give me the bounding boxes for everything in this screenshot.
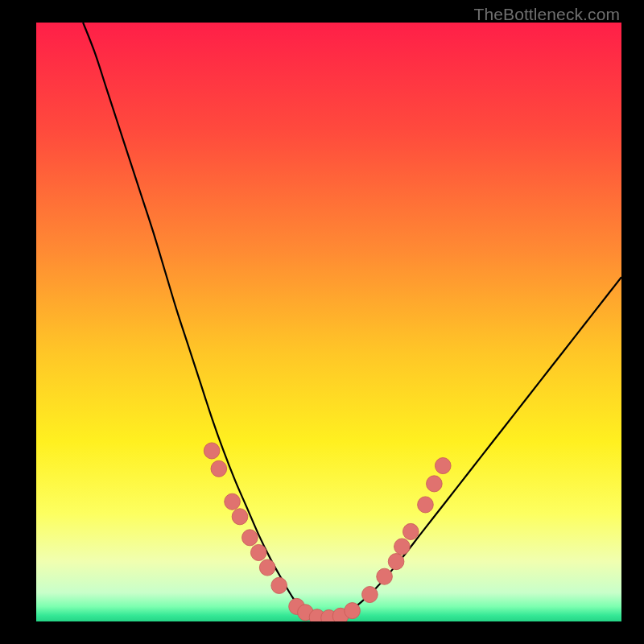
chart-canvas <box>36 23 621 621</box>
bottleneck-curve <box>83 23 621 619</box>
data-marker <box>394 539 411 555</box>
data-marker <box>211 460 227 477</box>
data-marker <box>225 493 241 510</box>
data-marker <box>250 544 266 560</box>
data-marker <box>388 554 404 570</box>
black-frame: TheBottleneck.com <box>0 0 644 644</box>
data-marker <box>232 509 248 525</box>
watermark-text: TheBottleneck.com <box>474 5 620 24</box>
plot-area <box>36 23 621 621</box>
data-marker <box>362 586 378 602</box>
data-marker <box>377 568 393 584</box>
data-markers <box>204 443 451 621</box>
data-marker <box>204 443 220 459</box>
data-marker <box>418 497 434 513</box>
data-marker <box>435 458 451 474</box>
data-marker <box>402 523 419 539</box>
data-marker <box>271 577 287 593</box>
data-marker <box>259 559 275 576</box>
data-marker <box>427 476 443 492</box>
data-marker <box>242 530 258 546</box>
data-marker <box>345 603 361 619</box>
